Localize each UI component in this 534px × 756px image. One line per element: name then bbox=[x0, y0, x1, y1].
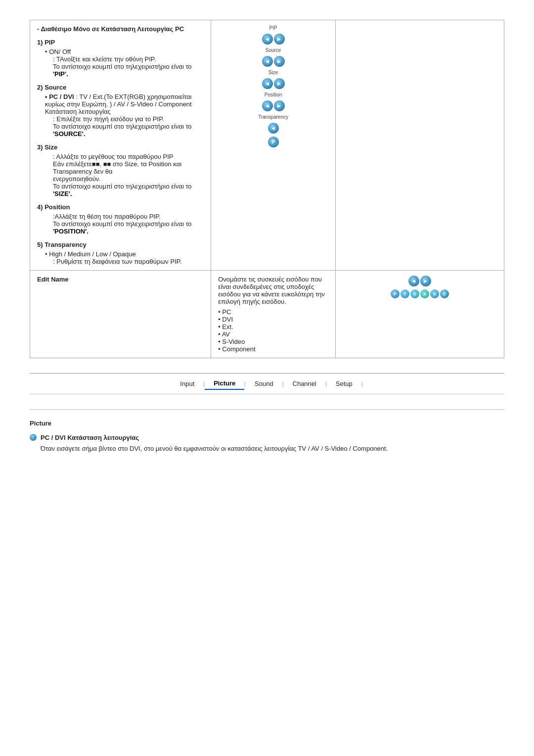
list-item: • Ext. bbox=[218, 323, 328, 331]
pteasc-btn-p[interactable]: P bbox=[391, 289, 400, 298]
position-icon-label: Position bbox=[265, 92, 282, 97]
pteasc-btn-t[interactable]: T bbox=[400, 289, 409, 298]
transparency-line1: : Ρυθμίστε τη διαφάνεια των παραθύρων PI… bbox=[53, 258, 204, 265]
edit-name-btn-pair: ◀ ▶ bbox=[343, 276, 497, 286]
divider bbox=[30, 409, 504, 410]
pip-icon-label: PIP bbox=[269, 25, 277, 31]
edit-name-row: Edit Name Ονομάστε τις συσκευές εισόδου … bbox=[30, 271, 504, 358]
note-body: Όταν εισάγετε σήμα βίντεο στο DVI, στο μ… bbox=[41, 444, 388, 454]
size-header: 3) Size bbox=[37, 143, 204, 151]
nav-input[interactable]: Input bbox=[171, 378, 203, 389]
pip-line2: Το αντίστοιχο κουμπί στο τηλεχειριστήριο… bbox=[53, 63, 204, 78]
transparency-left-btn[interactable]: ◀ bbox=[268, 123, 279, 134]
note-text: PC / DVI Κατάσταση λειτουργίας Όταν εισά… bbox=[41, 433, 388, 453]
transparency-icon-label: Transparency bbox=[258, 114, 288, 120]
position-icon-group: Position ◀ ▶ bbox=[218, 92, 328, 111]
size-btn-pair: ◀ ▶ bbox=[262, 78, 285, 89]
pip-left-btn[interactable]: ◀ bbox=[262, 34, 273, 45]
list-item: • AV bbox=[218, 331, 328, 338]
size-right-btn[interactable]: ▶ bbox=[274, 78, 285, 89]
p-btn-group: P bbox=[218, 137, 328, 147]
edit-name-desc2: εισόδου για να κάνετε ευκολότερη την επι… bbox=[218, 290, 328, 305]
transparency-icon-group: Transparency ◀ bbox=[218, 114, 328, 134]
transparency-btn-pair: ◀ bbox=[268, 123, 279, 134]
source-btn-pair: ◀ ▶ bbox=[262, 56, 285, 67]
position-line2: Το αντίστοιχο κουμπί στο τηλεχειριστήριο… bbox=[53, 220, 204, 235]
source-right-btn[interactable]: ▶ bbox=[274, 56, 285, 67]
size-line2: Εάν επιλέξετε■■, ■■ στο Size, τα Positio… bbox=[53, 160, 204, 175]
circle-icon bbox=[30, 434, 37, 441]
pip-header: 1) PIP bbox=[37, 39, 204, 46]
pip-btn-pair: ◀ ▶ bbox=[262, 34, 285, 45]
bottom-section: Picture PC / DVI Κατάσταση λειτουργίας Ό… bbox=[30, 420, 504, 453]
size-icon-label: Size bbox=[268, 70, 278, 75]
source-sub1: • PC / DVI : TV / Ext.(Το EXT(RGB) χρησι… bbox=[45, 93, 204, 115]
nav-sound[interactable]: Sound bbox=[246, 378, 282, 389]
list-item: • PC bbox=[218, 308, 328, 316]
edit-name-icons: ◀ ▶ PTEASC bbox=[335, 271, 504, 358]
size-line4: Το αντίστοιχο κουμπί στο τηλεχειριστήριο… bbox=[53, 183, 204, 197]
main-table: - Διαθέσιμο Μόνο σε Κατάσταση Λειτουργία… bbox=[30, 20, 504, 358]
list-item: • S-Video bbox=[218, 338, 328, 345]
pip-icon-group: PIP ◀ ▶ bbox=[218, 25, 328, 45]
pteasc-row: PTEASC bbox=[343, 289, 497, 298]
transparency-sub1: • High / Medium / Low / Opaque bbox=[45, 250, 204, 258]
pteasc-btn-a[interactable]: A bbox=[420, 289, 429, 298]
position-left-btn[interactable]: ◀ bbox=[262, 100, 273, 111]
source-icon-label: Source bbox=[266, 47, 281, 53]
nav-setup[interactable]: Setup bbox=[327, 378, 361, 389]
size-line1: : Αλλάξτε το μεγέθους του παραθύρου PIP bbox=[53, 153, 204, 160]
source-icon-group: Source ◀ ▶ bbox=[218, 47, 328, 67]
pteasc-btn-s[interactable]: S bbox=[430, 289, 439, 298]
pip-sub1: • ON/ Off bbox=[45, 48, 204, 55]
edit-name-content: Ονομάστε τις συσκευές εισόδου που είναι … bbox=[211, 271, 336, 358]
edit-name-right-btn[interactable]: ▶ bbox=[420, 276, 431, 286]
nav-picture[interactable]: Picture bbox=[205, 378, 244, 390]
position-line1: :Αλλάξτε τη θέση του παραθύρου PIP. bbox=[53, 213, 204, 220]
page-wrapper: - Διαθέσιμο Μόνο σε Κατάσταση Λειτουργία… bbox=[0, 0, 534, 473]
position-header: 4) Position bbox=[37, 203, 204, 211]
pip-icons: PIP ◀ ▶ Source ◀ ▶ bbox=[211, 20, 336, 271]
nav-channel[interactable]: Channel bbox=[284, 378, 325, 389]
position-btn-pair: ◀ ▶ bbox=[262, 100, 285, 111]
pip-content: - Διαθέσιμο Μόνο σε Κατάσταση Λειτουργία… bbox=[30, 20, 211, 271]
source-line2: Το αντίστοιχο κουμπί στο τηλεχειριστήριο… bbox=[53, 123, 204, 138]
nav-sep-5: | bbox=[361, 381, 363, 387]
pteasc-btn-e[interactable]: E bbox=[410, 289, 419, 298]
edit-name-label: Edit Name bbox=[30, 271, 211, 358]
note-header: PC / DVI Κατάσταση λειτουργίας bbox=[41, 433, 388, 443]
position-right-btn[interactable]: ▶ bbox=[274, 100, 285, 111]
pip-row: - Διαθέσιμο Μόνο σε Κατάσταση Λειτουργία… bbox=[30, 20, 504, 271]
pip-line1: : ΤΑνοίξτε και κλείστε την οθόνη PIP. bbox=[53, 55, 204, 63]
list-item: • DVI bbox=[218, 316, 328, 323]
nav-bar: Input | Picture | Sound | Channel | Setu… bbox=[30, 373, 504, 394]
edit-name-desc1: Ονομάστε τις συσκευές εισόδου που είναι … bbox=[218, 276, 328, 290]
top-section-title: - Διαθέσιμο Μόνο σε Κατάσταση Λειτουργία… bbox=[37, 25, 204, 33]
edit-name-left-btn[interactable]: ◀ bbox=[408, 276, 419, 286]
pip-right-btn[interactable]: ▶ bbox=[274, 34, 285, 45]
list-item: • Component bbox=[218, 345, 328, 353]
p-button[interactable]: P bbox=[268, 137, 279, 147]
size-left-btn[interactable]: ◀ bbox=[262, 78, 273, 89]
bottom-picture-title: Picture bbox=[30, 420, 504, 427]
note-row: PC / DVI Κατάσταση λειτουργίας Όταν εισά… bbox=[30, 433, 504, 453]
size-line3: ενεργοποιηθούν. bbox=[53, 175, 204, 183]
source-left-btn[interactable]: ◀ bbox=[262, 56, 273, 67]
edit-name-items: • PC• DVI• Ext.• AV• S-Video• Component bbox=[218, 308, 328, 353]
source-header: 2) Source bbox=[37, 84, 204, 91]
source-line1: : Επιλέξτε την πηγή εισόδου για το PIP. bbox=[53, 115, 204, 123]
pteasc-btn-c[interactable]: C bbox=[440, 289, 449, 298]
size-icon-group: Size ◀ ▶ bbox=[218, 70, 328, 89]
transparency-header: 5) Transparency bbox=[37, 241, 204, 248]
